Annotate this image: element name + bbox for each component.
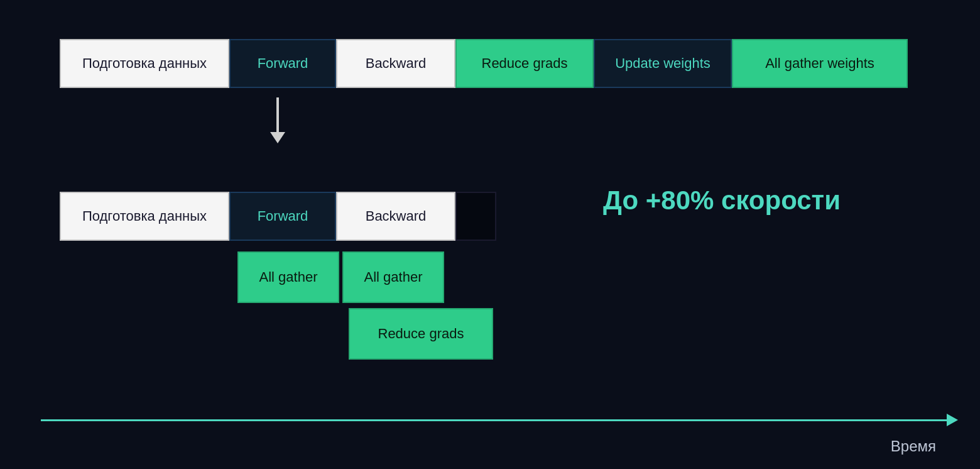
time-label: Время — [891, 438, 936, 455]
cell-backward-bottom: Backward — [336, 192, 455, 241]
main-container: Подготовка данных Forward Backward Reduc… — [0, 0, 980, 469]
cell-label-forward-bottom: Forward — [258, 208, 308, 224]
pipeline-bottom: Подготовка данных Forward Backward — [60, 192, 496, 241]
cell-label-reduce-grads-float: Reduce grads — [378, 326, 464, 342]
speed-text: До +80% скорости — [603, 185, 841, 216]
speed-text-label: До +80% скорости — [603, 185, 841, 215]
cell-label-data-prep-bottom: Подготовка данных — [82, 208, 207, 224]
cell-label-data-prep-top: Подготовка данных — [82, 55, 207, 72]
cell-all-gather-2: All gather — [342, 251, 444, 303]
cell-black-square — [455, 192, 496, 241]
cell-all-gather-1: All gather — [237, 251, 339, 303]
cell-data-prep-bottom: Подготовка данных — [60, 192, 229, 241]
float-row-2: Reduce grads — [349, 308, 493, 360]
cell-forward-top: Forward — [229, 39, 336, 88]
cell-all-gather-weights-top: All gather weights — [732, 39, 908, 88]
timeline-arrowhead — [947, 414, 958, 426]
cell-data-prep-top: Подготовка данных — [60, 39, 229, 88]
cell-forward-bottom: Forward — [229, 192, 336, 241]
cell-label-forward-top: Forward — [258, 55, 308, 72]
arrow-down — [270, 97, 285, 143]
cell-label-backward-bottom: Backward — [366, 208, 427, 224]
pipeline-top: Подготовка данных Forward Backward Reduc… — [60, 39, 908, 88]
cell-label-all-gather-1: All gather — [259, 269, 318, 285]
timeline-arrow — [41, 414, 958, 426]
cell-reduce-grads-top: Reduce grads — [455, 39, 594, 88]
cell-label-backward-top: Backward — [366, 55, 427, 72]
cell-label-update-weights-top: Update weights — [615, 55, 710, 72]
cell-backward-top: Backward — [336, 39, 455, 88]
time-label-text: Время — [891, 438, 936, 455]
timeline-line — [41, 419, 947, 421]
arrow-down-line — [276, 97, 279, 132]
cell-update-weights-top: Update weights — [594, 39, 732, 88]
cell-label-all-gather-weights-top: All gather weights — [765, 55, 874, 72]
arrow-down-head — [270, 132, 285, 143]
cell-label-all-gather-2: All gather — [364, 269, 423, 285]
cell-label-reduce-grads-top: Reduce grads — [482, 55, 568, 72]
cell-reduce-grads-float: Reduce grads — [349, 308, 493, 360]
float-row-1: All gather All gather — [237, 251, 444, 303]
